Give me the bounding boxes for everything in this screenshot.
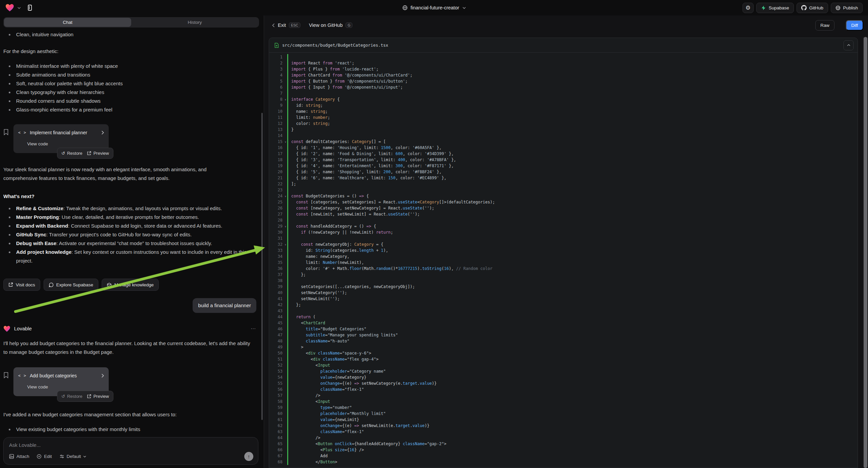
added-file-icon xyxy=(275,42,279,48)
design-bullet: Rounded corners and subtle shadows xyxy=(3,97,256,106)
code-line: 45 <ChartCard xyxy=(269,320,858,326)
visit-docs-button[interactable]: Visit docs xyxy=(3,279,40,291)
code-line: 47 subtitle="Manage your spending limits… xyxy=(269,332,858,338)
chevron-right-icon xyxy=(101,130,104,135)
prompt-input[interactable]: Ask Lovable... Attach Edit xyxy=(3,437,258,465)
supabase-button[interactable]: Supabase xyxy=(756,3,794,13)
settings-button[interactable]: ⚙︎ xyxy=(743,3,753,13)
manage-knowledge-button[interactable]: Manage knowledge xyxy=(102,279,159,291)
code-card-title: Add budget categories xyxy=(30,371,98,380)
code-card-add-budget-categories[interactable]: < > Add budget categories View code ↺ Re… xyxy=(13,367,109,396)
code-line: 23 xyxy=(269,187,858,193)
assistant-help-intro: I'll help you add budget categories to t… xyxy=(3,339,256,356)
code-line: 24∨const BudgetCategories = () => { xyxy=(269,193,858,199)
added-bullet: View existing budget categories with the… xyxy=(3,425,256,434)
raw-toggle-button[interactable]: Raw xyxy=(815,20,834,31)
send-button[interactable]: ↑ xyxy=(244,452,253,461)
code-editor[interactable]: 12import React from 'react';3import { Pl… xyxy=(269,53,858,465)
preview-button[interactable]: Preview xyxy=(87,149,109,158)
chevron-right-icon xyxy=(101,374,104,378)
next-step: GitHub Sync: Transfer your project's cod… xyxy=(3,230,256,239)
restore-button[interactable]: ↺ Restore xyxy=(61,392,82,401)
tab-history[interactable]: History xyxy=(131,18,258,27)
whats-next-heading: What's next? xyxy=(3,192,256,201)
code-line: 22]; xyxy=(269,181,858,187)
restore-icon: ↺ xyxy=(61,392,65,401)
code-line: 66 <Plus size={16} /> xyxy=(269,447,858,453)
file-header[interactable]: src/components/budget/BudgetCategories.t… xyxy=(269,38,858,53)
prompt-placeholder: Ask Lovable... xyxy=(9,442,253,448)
gear-icon: ⚙︎ xyxy=(746,4,750,11)
mode-select[interactable]: Default xyxy=(59,454,87,459)
project-title-menu[interactable]: financial-future-creator xyxy=(402,0,466,16)
image-icon xyxy=(9,454,14,459)
scrollbar-thumb[interactable] xyxy=(864,37,867,468)
collapse-file-button[interactable] xyxy=(843,40,854,50)
edit-button[interactable]: Edit xyxy=(37,454,52,459)
code-line: 42 }; xyxy=(269,302,858,308)
tab-chat[interactable]: Chat xyxy=(4,18,131,27)
publish-button[interactable]: Publish xyxy=(831,3,863,13)
globe-icon xyxy=(402,5,407,10)
github-button[interactable]: GitHub xyxy=(797,3,828,13)
code-line: 53 placeholder="Category name" xyxy=(269,368,858,374)
view-code-link[interactable]: View code xyxy=(27,383,104,391)
explore-supabase-button[interactable]: Explore Supabase xyxy=(43,279,98,291)
window-scrollbar[interactable] xyxy=(863,37,868,468)
code-line: 38 xyxy=(269,277,858,284)
code-line: 28 xyxy=(269,217,858,223)
bookmark-icon[interactable] xyxy=(3,372,9,378)
top-bar: financial-future-creator ⚙︎ Supabase Git… xyxy=(0,0,868,16)
code-line: 40 setNewCategory(''); xyxy=(269,290,858,296)
code-line: 60 placeholder="Monthly limit" xyxy=(269,411,858,417)
next-step: Expand with Backend: Connect Supabase to… xyxy=(3,222,256,230)
code-line: 54 value={newCategory} xyxy=(269,374,858,380)
view-code-link[interactable]: View code xyxy=(27,140,104,148)
knowledge-box-icon xyxy=(107,282,112,287)
code-line: 64 /> xyxy=(269,435,858,441)
code-line: 16 { id: '1', name: 'Housing', limit: 15… xyxy=(269,145,858,151)
code-line: 56 className="flex-1" xyxy=(269,386,858,392)
diff-toggle-button[interactable]: Diff xyxy=(846,20,863,31)
code-card-implement-financial-planner[interactable]: < > Implement financial planner View cod… xyxy=(13,124,109,153)
chevron-down-icon xyxy=(83,456,86,458)
exit-button[interactable]: Exit ESC xyxy=(272,23,300,28)
next-step: Master Prompting: Use clear, detailed, a… xyxy=(3,213,256,222)
supabase-bolt-icon xyxy=(761,5,766,10)
code-line: 65 <Button onClick={handleAddCategory} c… xyxy=(269,441,858,447)
design-bullet-list: Minimalist interface with plenty of whit… xyxy=(3,62,256,114)
code-line: 61 value={newLimit} xyxy=(269,417,858,423)
user-message: build a financial planner xyxy=(193,298,256,313)
code-line: 33 id: String(categories.length + 1), xyxy=(269,247,858,254)
chat-transcript: Clean, intuitive navigation For the desi… xyxy=(3,29,256,436)
code-line: 3import { Plus } from 'lucide-react'; xyxy=(269,66,858,72)
chat-scrollbar[interactable] xyxy=(261,113,263,420)
message-more-options[interactable]: ⋯ xyxy=(251,324,256,333)
attach-button[interactable]: Attach xyxy=(9,454,29,459)
code-line: 62 onChange={(e) => setNewLimit(e.target… xyxy=(269,423,858,429)
file-path: src/components/budget/BudgetCategories.t… xyxy=(282,42,840,48)
restore-button[interactable]: ↺ Restore xyxy=(61,149,82,158)
chat-bubble-icon xyxy=(49,282,54,287)
code-line: 37 }; xyxy=(269,272,858,277)
code-line: 57 /> xyxy=(269,392,858,399)
code-icon: < > xyxy=(18,128,27,137)
code-line: 4import ChartCard from '@/components/ui/… xyxy=(269,72,858,78)
code-line: 68 </Button> xyxy=(269,459,858,465)
project-chevron-down-icon xyxy=(462,7,466,9)
view-on-github-link[interactable]: View on GitHub G xyxy=(309,23,353,28)
chat-panel: Chat History Clean, intuitive navigation… xyxy=(0,16,264,468)
restore-icon: ↺ xyxy=(61,149,65,158)
lovable-logo[interactable] xyxy=(5,4,14,12)
sidebar-toggle-icon[interactable] xyxy=(24,2,36,13)
bookmark-icon[interactable] xyxy=(3,129,9,135)
code-line: 10 name: string; xyxy=(269,109,858,115)
preview-button[interactable]: Preview xyxy=(87,392,109,401)
design-bullet: Glass-morphic elements for a premium fee… xyxy=(3,106,256,114)
code-icon: < > xyxy=(18,371,27,380)
design-bullet: Minimalist interface with plenty of whit… xyxy=(3,62,256,70)
preview-icon xyxy=(87,151,91,155)
code-line: 7 xyxy=(269,90,858,96)
logo-chevron-down-icon[interactable] xyxy=(18,7,21,9)
code-line: 41 setNewLimit(''); xyxy=(269,296,858,302)
